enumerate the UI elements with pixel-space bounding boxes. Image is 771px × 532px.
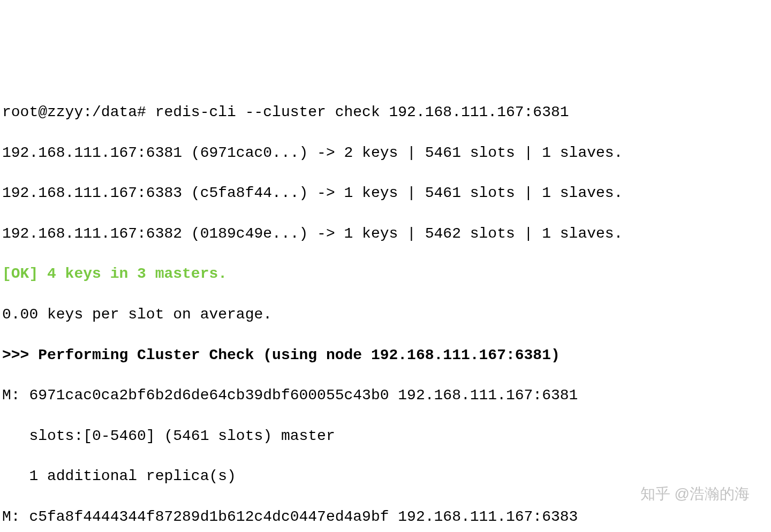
slots-line: slots:[0-5460] (5461 slots) master (2, 426, 769, 446)
shell-prompt-line: root@zzyy:/data# redis-cli --cluster che… (2, 102, 769, 123)
ok-status-line: [OK] 4 keys in 3 masters. (2, 264, 769, 284)
watermark-text: 知乎 @浩瀚的海 (640, 484, 750, 504)
master-node-line: M: c5fa8f4444344f87289d1b612c4dc0447ed4a… (2, 507, 769, 527)
terminal-output: root@zzyy:/data# redis-cli --cluster che… (0, 81, 771, 532)
cluster-summary-line: 192.168.111.167:6382 (0189c49e...) -> 1 … (2, 224, 769, 244)
cluster-summary-line: 192.168.111.167:6383 (c5fa8f44...) -> 1 … (2, 183, 769, 203)
master-node-line: M: 6971cac0ca2bf6b2d6de64cb39dbf600055c4… (2, 385, 769, 406)
avg-keys-line: 0.00 keys per slot on average. (2, 305, 769, 325)
cluster-summary-line: 192.168.111.167:6381 (6971cac0...) -> 2 … (2, 143, 769, 163)
cluster-check-header: >>> Performing Cluster Check (using node… (2, 345, 769, 366)
